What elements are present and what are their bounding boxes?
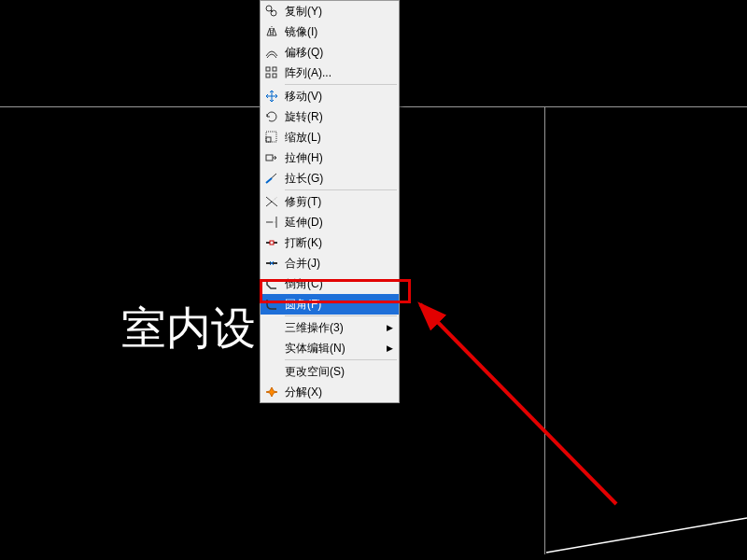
context-menu[interactable]: 复制(Y)镜像(I)偏移(Q)阵列(A)...移动(V)旋转(R)缩放(L)拉伸… — [260, 0, 400, 403]
svg-rect-10 — [266, 155, 273, 161]
svg-rect-6 — [266, 74, 270, 77]
move-icon — [261, 86, 283, 106]
svg-line-15 — [272, 197, 277, 202]
menu-item-label: 移动(V) — [283, 89, 393, 105]
menu-item-offset[interactable]: 偏移(Q) — [261, 42, 399, 63]
menu-item-fillet[interactable]: 圆角(F) — [261, 294, 399, 315]
menu-item-label: 打断(K) — [283, 235, 393, 251]
solidedit-icon — [261, 338, 283, 358]
menu-separator — [285, 84, 397, 85]
background-text: 室内设 — [121, 299, 256, 358]
menu-item-label: 旋转(R) — [283, 109, 393, 125]
lengthen-icon — [261, 168, 283, 189]
svg-line-14 — [266, 202, 272, 206]
menu-item-changespace[interactable]: 更改空间(S) — [261, 361, 399, 382]
explode-icon — [261, 382, 283, 402]
extend-icon — [261, 212, 283, 232]
svg-rect-4 — [266, 67, 270, 71]
menu-item-label: 缩放(L) — [283, 130, 393, 146]
offset-icon — [261, 42, 283, 63]
menu-item-label: 修剪(T) — [283, 194, 393, 210]
submenu-arrow-icon: ▶ — [387, 343, 393, 353]
join-icon — [261, 253, 283, 273]
menu-item-label: 三维操作(3) — [283, 320, 387, 336]
3dops-icon — [261, 317, 283, 338]
fillet-icon — [261, 294, 283, 315]
mirror-icon — [261, 21, 283, 42]
svg-rect-5 — [273, 67, 276, 71]
scale-icon — [261, 127, 283, 147]
menu-item-label: 镜像(I) — [283, 24, 393, 40]
menu-item-solidedit[interactable]: 实体编辑(N)▶ — [261, 338, 399, 358]
menu-item-label: 合并(J) — [283, 256, 393, 272]
menu-item-label: 分解(X) — [283, 385, 393, 400]
menu-item-copy[interactable]: 复制(Y) — [261, 1, 399, 21]
menu-item-label: 倒角(C) — [283, 276, 393, 292]
menu-item-join[interactable]: 合并(J) — [261, 253, 399, 273]
menu-item-label: 实体编辑(N) — [283, 341, 387, 357]
menu-item-chamfer[interactable]: 倒角(C) — [261, 273, 399, 294]
svg-line-25 — [420, 304, 616, 504]
menu-item-label: 拉伸(H) — [283, 150, 393, 166]
svg-rect-7 — [273, 74, 276, 77]
menu-separator — [285, 315, 397, 316]
canvas-vertical-line — [544, 106, 545, 554]
menu-item-label: 偏移(Q) — [283, 45, 393, 61]
array-icon — [261, 63, 283, 83]
changespace-icon — [261, 361, 283, 382]
menu-item-label: 复制(Y) — [283, 4, 393, 20]
svg-rect-8 — [266, 137, 271, 142]
menu-separator — [285, 189, 397, 190]
menu-item-label: 更改空间(S) — [283, 364, 393, 380]
menu-item-array[interactable]: 阵列(A)... — [261, 63, 399, 83]
menu-item-scale[interactable]: 缩放(L) — [261, 127, 399, 147]
menu-item-break[interactable]: 打断(K) — [261, 232, 399, 253]
stretch-icon — [261, 147, 283, 168]
menu-item-explode[interactable]: 分解(X) — [261, 382, 399, 402]
rotate-icon — [261, 106, 283, 127]
chamfer-icon — [261, 273, 283, 294]
menu-item-label: 圆角(F) — [283, 297, 393, 313]
svg-rect-21 — [270, 241, 274, 245]
menu-item-label: 阵列(A)... — [283, 65, 393, 81]
copy-icon — [261, 1, 283, 21]
submenu-arrow-icon: ▶ — [387, 323, 393, 332]
menu-item-3dops[interactable]: 三维操作(3)▶ — [261, 317, 399, 338]
menu-item-stretch[interactable]: 拉伸(H) — [261, 147, 399, 168]
menu-item-label: 延伸(D) — [283, 215, 393, 231]
svg-line-0 — [546, 518, 747, 553]
break-icon — [261, 232, 283, 253]
menu-item-mirror[interactable]: 镜像(I) — [261, 21, 399, 42]
svg-line-12 — [266, 178, 272, 183]
menu-separator — [285, 359, 397, 360]
menu-item-label: 拉长(G) — [283, 171, 393, 187]
menu-item-move[interactable]: 移动(V) — [261, 86, 399, 106]
trim-icon — [261, 191, 283, 212]
menu-item-extend[interactable]: 延伸(D) — [261, 212, 399, 232]
menu-item-rotate[interactable]: 旋转(R) — [261, 106, 399, 127]
menu-item-trim[interactable]: 修剪(T) — [261, 191, 399, 212]
menu-item-lengthen[interactable]: 拉长(G) — [261, 168, 399, 189]
